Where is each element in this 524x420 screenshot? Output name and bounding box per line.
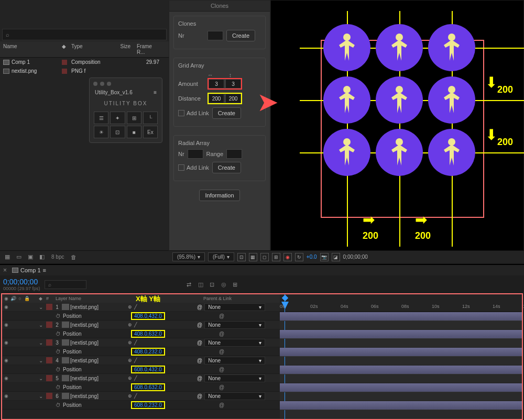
color-label[interactable] xyxy=(62,60,67,65)
expression-pickwhip-icon[interactable]: @ xyxy=(212,313,280,319)
composition-flowchart-icon[interactable]: ⇄ xyxy=(185,280,193,289)
clone-instance[interactable] xyxy=(323,76,370,124)
parent-dropdown[interactable]: None▾ xyxy=(204,339,265,347)
twirl-icon[interactable]: ⌄ xyxy=(39,358,45,363)
twirl-icon[interactable]: ⌄ xyxy=(39,393,45,399)
snapshot-icon[interactable]: 📷 xyxy=(320,253,329,261)
color-label[interactable] xyxy=(46,322,52,328)
tool-align-button[interactable]: ☰ xyxy=(94,112,108,124)
property-track[interactable] xyxy=(280,357,522,366)
twirl-icon[interactable]: ⌄ xyxy=(39,322,45,328)
position-value[interactable]: 608.0,432.0 xyxy=(131,366,165,373)
property-track[interactable] xyxy=(280,321,522,330)
clone-instance[interactable] xyxy=(376,24,423,71)
timeline-search[interactable] xyxy=(45,280,86,289)
clone-instance[interactable] xyxy=(428,129,475,176)
position-value[interactable]: 408.0,432.0 xyxy=(131,312,165,320)
interpret-footage-icon[interactable]: ▦ xyxy=(3,253,12,261)
utility-box-panel[interactable]: Utility_Box_v1.6≡ UTILITY BOX ☰ ✦ ⊞ └ ☀ … xyxy=(89,78,162,143)
color-label[interactable] xyxy=(62,69,67,74)
pickwhip-icon[interactable]: @ xyxy=(197,340,202,346)
layer-bar[interactable] xyxy=(280,330,522,339)
motion-blur-icon[interactable]: ◎ xyxy=(220,280,228,289)
preview-timecode[interactable]: 0;00;00;00 xyxy=(343,254,368,260)
property-track[interactable] xyxy=(280,339,522,348)
new-comp-icon[interactable]: ▣ xyxy=(26,253,35,261)
layer-bar[interactable] xyxy=(280,366,522,374)
layer-bar[interactable] xyxy=(280,401,522,410)
exposure-value[interactable]: +0.0 xyxy=(307,254,317,260)
grid-add-link-checkbox[interactable]: Add Link xyxy=(178,110,209,116)
clone-instance[interactable] xyxy=(376,129,423,176)
col-framerate[interactable]: Frame R... xyxy=(134,42,162,56)
expression-pickwhip-icon[interactable]: @ xyxy=(212,331,280,337)
layer-row[interactable]: ◉ ⌄ 6 [nextist.png] ⊕╱ @None▾ xyxy=(2,392,280,401)
timeline-tracks[interactable]: 0s02s04s06s08s10s12s14s16 xyxy=(280,294,522,419)
stopwatch-icon[interactable]: ⏱ xyxy=(56,313,63,319)
position-value[interactable]: 408.0,632.0 xyxy=(131,330,165,338)
clones-create-button[interactable]: Create xyxy=(226,30,255,41)
mask-icon[interactable]: ◻ xyxy=(260,253,269,261)
grid-distance-y-input[interactable] xyxy=(225,94,241,103)
transparency-grid-icon[interactable]: ▦ xyxy=(249,253,257,261)
layer-bar[interactable] xyxy=(280,312,522,321)
grid-create-button[interactable]: Create xyxy=(212,107,241,119)
draft3d-icon[interactable]: ◫ xyxy=(196,280,205,289)
channel-icon[interactable]: ◉ xyxy=(283,253,292,261)
reset-exposure-icon[interactable]: ↻ xyxy=(295,253,303,261)
pickwhip-icon[interactable]: @ xyxy=(197,304,202,310)
layer-bar[interactable] xyxy=(280,348,522,357)
expression-pickwhip-icon[interactable]: @ xyxy=(212,349,280,355)
expression-pickwhip-icon[interactable]: @ xyxy=(212,367,280,372)
project-settings-icon[interactable]: ◧ xyxy=(38,253,46,261)
property-row[interactable]: ⏱ Position 608.0,632.0 @ xyxy=(2,383,280,392)
parent-dropdown[interactable]: None▾ xyxy=(204,392,265,400)
position-value[interactable]: 408.0,232.0 xyxy=(131,348,165,356)
pickwhip-icon[interactable]: @ xyxy=(197,393,202,399)
expression-pickwhip-icon[interactable]: @ xyxy=(212,402,280,408)
stopwatch-icon[interactable]: ⏱ xyxy=(56,331,63,337)
twirl-icon[interactable]: ⌄ xyxy=(39,375,45,381)
property-track[interactable] xyxy=(280,410,522,419)
layer-bar[interactable] xyxy=(280,383,522,392)
tool-anchor-button[interactable]: ✦ xyxy=(110,112,125,124)
grid-amount-x-input[interactable] xyxy=(209,79,224,89)
position-value[interactable]: 608.0,232.0 xyxy=(131,401,165,409)
grid-amount-y-input[interactable] xyxy=(225,79,241,89)
radial-create-button[interactable]: Create xyxy=(212,162,241,173)
trash-icon[interactable]: 🗑 xyxy=(69,253,78,261)
current-timecode[interactable]: 0;00;00;00 xyxy=(3,278,40,286)
tool-grid-button[interactable]: ⊞ xyxy=(127,112,141,124)
new-folder-icon[interactable]: ▭ xyxy=(15,253,23,261)
color-label[interactable] xyxy=(46,393,52,399)
parent-dropdown[interactable]: None▾ xyxy=(204,357,265,364)
guides-icon[interactable]: ⊞ xyxy=(272,253,280,261)
clone-instance[interactable] xyxy=(323,24,370,71)
parent-dropdown[interactable]: None▾ xyxy=(204,321,265,329)
timeline-tab[interactable]: Comp 1 ≡ xyxy=(10,266,48,274)
pickwhip-icon[interactable]: @ xyxy=(197,358,202,363)
property-track[interactable] xyxy=(280,392,522,401)
clone-instance[interactable] xyxy=(376,76,423,124)
radial-add-link-checkbox[interactable]: Add Link xyxy=(178,164,209,171)
parent-dropdown[interactable]: None▾ xyxy=(204,374,265,382)
expression-pickwhip-icon[interactable]: @ xyxy=(212,384,280,390)
grid-distance-x-input[interactable] xyxy=(209,94,224,103)
tool-sun-button[interactable]: ☀ xyxy=(94,126,108,138)
project-search[interactable] xyxy=(2,29,167,40)
menu-icon[interactable]: ≡ xyxy=(43,267,46,273)
layer-row[interactable]: ◉ ⌄ 5 [nextist.png] ⊕╱ @None▾ xyxy=(2,374,280,383)
radial-range-input[interactable] xyxy=(226,149,242,159)
project-item[interactable]: nextist.png PNG f xyxy=(0,67,169,75)
layer-row[interactable]: ◉ ⌄ 2 [nextist.png] ⊕╱ @None▾ xyxy=(2,320,280,329)
composition-viewer[interactable]: ⬇ 200 ⬇ 200 ➡ 200 ➡ 200 xyxy=(270,0,524,263)
col-type[interactable]: Type xyxy=(68,42,105,56)
clones-nr-input[interactable] xyxy=(208,31,223,40)
color-label[interactable] xyxy=(46,357,52,363)
clone-instance[interactable] xyxy=(428,76,475,124)
color-label[interactable] xyxy=(46,375,52,381)
pickwhip-icon[interactable]: @ xyxy=(197,375,202,381)
property-row[interactable]: ⏱ Position 408.0,232.0 @ xyxy=(2,347,280,356)
color-label[interactable] xyxy=(46,304,52,310)
roi-icon[interactable]: ⊡ xyxy=(237,253,246,261)
